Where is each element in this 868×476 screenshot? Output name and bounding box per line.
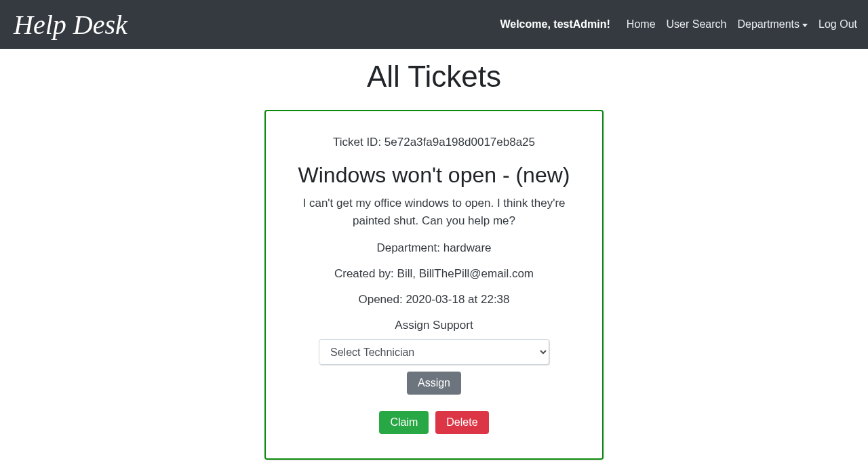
welcome-text: Welcome, testAdmin! bbox=[500, 18, 610, 31]
ticket-department: Department: hardware bbox=[296, 241, 572, 255]
nav-user-search[interactable]: User Search bbox=[667, 16, 727, 33]
delete-button[interactable]: Delete bbox=[435, 411, 488, 434]
claim-button[interactable]: Claim bbox=[379, 411, 429, 434]
nav-departments-label: Departments bbox=[737, 18, 800, 31]
page-title: All Tickets bbox=[0, 60, 868, 94]
technician-select-wrap: Select Technician bbox=[296, 339, 572, 365]
technician-select[interactable]: Select Technician bbox=[319, 339, 549, 365]
ticket-title: Windows won't open - (new) bbox=[296, 163, 572, 188]
assign-support-label: Assign Support bbox=[296, 319, 572, 332]
chevron-down-icon bbox=[802, 24, 808, 27]
ticket-id: Ticket ID: 5e72a3fa9a198d0017eb8a25 bbox=[296, 136, 572, 149]
assign-button[interactable]: Assign bbox=[407, 372, 461, 395]
nav-departments-dropdown[interactable]: Departments bbox=[737, 16, 808, 33]
ticket-opened: Opened: 2020-03-18 at 22:38 bbox=[296, 293, 572, 306]
ticket-created-by: Created by: Bill, BillThePill@email.com bbox=[296, 267, 572, 281]
nav-right: Welcome, testAdmin! Home User Search Dep… bbox=[500, 16, 857, 33]
ticket-card: Ticket ID: 5e72a3fa9a198d0017eb8a25 Wind… bbox=[264, 110, 604, 460]
ticket-actions: Claim Delete bbox=[296, 411, 572, 434]
nav-logout[interactable]: Log Out bbox=[818, 16, 857, 33]
nav-home[interactable]: Home bbox=[627, 16, 656, 33]
ticket-description: I can't get my office windows to open. I… bbox=[296, 195, 572, 229]
brand-logo[interactable]: Help Desk bbox=[11, 9, 130, 41]
assign-button-row: Assign bbox=[296, 372, 572, 395]
navbar: Help Desk Welcome, testAdmin! Home User … bbox=[0, 0, 868, 49]
